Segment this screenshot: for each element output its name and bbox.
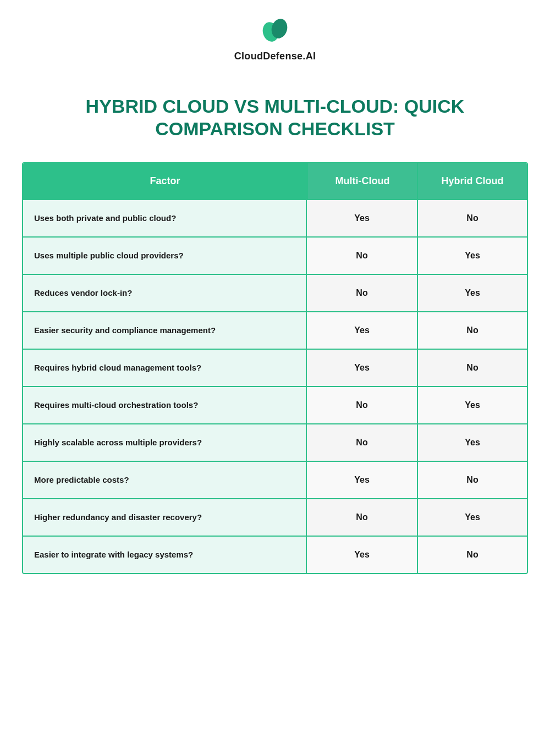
multicloud-value: No <box>307 499 417 536</box>
multicloud-value: Yes <box>307 350 417 386</box>
comparison-table: Factor Multi-Cloud Hybrid Cloud Uses bot… <box>22 162 528 574</box>
table-body: Uses both private and public cloud?YesNo… <box>23 199 527 573</box>
multicloud-value: Yes <box>307 200 417 236</box>
factor-cell: Uses multiple public cloud providers? <box>23 238 307 274</box>
factor-cell: Easier to integrate with legacy systems? <box>23 537 307 573</box>
multicloud-value: Yes <box>307 462 417 498</box>
hybrid-value: No <box>417 350 527 386</box>
multicloud-value: No <box>307 424 417 461</box>
table-row: Higher redundancy and disaster recovery?… <box>23 498 527 536</box>
page-title: HYBRID CLOUD VS MULTI-CLOUD: QUICK COMPA… <box>82 95 468 140</box>
hybrid-value: No <box>417 537 527 573</box>
hybrid-value: No <box>417 312 527 349</box>
table-row: More predictable costs?YesNo <box>23 461 527 498</box>
multicloud-column-header: Multi-Cloud <box>307 163 417 199</box>
factor-cell: Higher redundancy and disaster recovery? <box>23 499 307 536</box>
hybrid-value: Yes <box>417 275 527 311</box>
logo <box>258 16 292 46</box>
multicloud-value: No <box>307 238 417 274</box>
table-row: Uses both private and public cloud?YesNo <box>23 199 527 236</box>
hybrid-value: Yes <box>417 238 527 274</box>
table-row: Reduces vendor lock-in?NoYes <box>23 274 527 311</box>
table-row: Easier to integrate with legacy systems?… <box>23 536 527 573</box>
hybrid-value: Yes <box>417 387 527 423</box>
multicloud-value: Yes <box>307 537 417 573</box>
factor-column-header: Factor <box>23 163 307 199</box>
table-header: Factor Multi-Cloud Hybrid Cloud <box>23 163 527 199</box>
logo-text: CloudDefense.AI <box>234 51 316 62</box>
table-row: Requires hybrid cloud management tools?Y… <box>23 349 527 386</box>
table-row: Uses multiple public cloud providers?NoY… <box>23 236 527 274</box>
table-row: Requires multi-cloud orchestration tools… <box>23 386 527 423</box>
hybrid-value: Yes <box>417 499 527 536</box>
hybrid-value: No <box>417 462 527 498</box>
factor-cell: Highly scalable across multiple provider… <box>23 424 307 461</box>
page-header: CloudDefense.AI <box>234 16 316 62</box>
factor-cell: Uses both private and public cloud? <box>23 200 307 236</box>
factor-cell: More predictable costs? <box>23 462 307 498</box>
table-row: Highly scalable across multiple provider… <box>23 423 527 461</box>
table-row: Easier security and compliance managemen… <box>23 311 527 349</box>
multicloud-value: No <box>307 275 417 311</box>
factor-cell: Reduces vendor lock-in? <box>23 275 307 311</box>
hybrid-column-header: Hybrid Cloud <box>417 163 527 199</box>
factor-cell: Requires multi-cloud orchestration tools… <box>23 387 307 423</box>
hybrid-value: No <box>417 200 527 236</box>
hybrid-value: Yes <box>417 424 527 461</box>
multicloud-value: Yes <box>307 312 417 349</box>
factor-cell: Easier security and compliance managemen… <box>23 312 307 349</box>
multicloud-value: No <box>307 387 417 423</box>
factor-cell: Requires hybrid cloud management tools? <box>23 350 307 386</box>
